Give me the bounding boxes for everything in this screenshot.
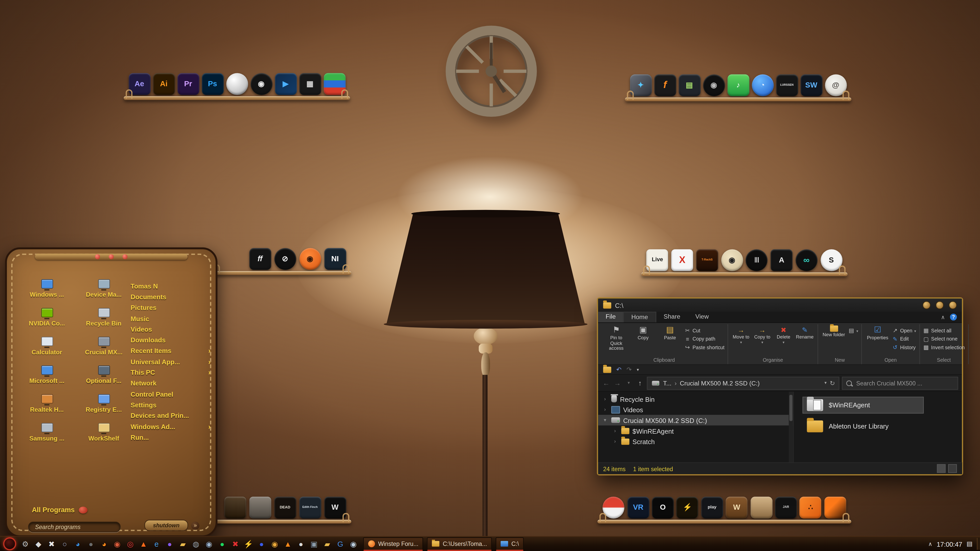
refresh-button[interactable]: ↻: [830, 380, 835, 386]
copy-button[interactable]: ▣ Copy: [631, 324, 655, 357]
maximize-button[interactable]: [935, 301, 944, 309]
a-app-icon[interactable]: A: [770, 249, 793, 271]
menu-this-pc[interactable]: This PC ›: [130, 367, 210, 378]
scrollbar-thumb[interactable]: [789, 395, 792, 421]
address-dropdown-button[interactable]: ▾: [824, 380, 827, 386]
delete-button[interactable]: ✖ Delete ▾: [774, 324, 793, 357]
redo-button[interactable]: ↷: [627, 366, 632, 373]
task-users-folder[interactable]: C:\Users\Toma...: [427, 537, 492, 551]
recent-locations-button[interactable]: ▾: [625, 380, 633, 386]
nav-winreagent[interactable]: › $WinREAgent: [598, 426, 793, 436]
menu-run[interactable]: Run...: [130, 432, 210, 443]
red-x-app-icon[interactable]: ✖: [229, 538, 242, 550]
nav-crucial-drive[interactable]: ▾ Crucial MX500 M.2 SSD (C:): [598, 415, 793, 426]
pin-to-quick-access-button[interactable]: ⚑ Pin to Quick access: [604, 324, 629, 357]
brave-icon[interactable]: ▲: [138, 538, 150, 550]
slash-circle-icon[interactable]: ⊘: [274, 248, 296, 270]
opera-icon[interactable]: ◎: [124, 538, 136, 550]
nav-videos[interactable]: › Videos: [598, 404, 793, 415]
premiere-icon[interactable]: Pr: [177, 73, 199, 95]
purple-app-icon[interactable]: ●: [164, 538, 176, 550]
steam2-icon[interactable]: ◉: [348, 538, 360, 550]
select-all-button[interactable]: ▦ Select all: [923, 327, 965, 335]
new-folder-button[interactable]: New folder: [821, 324, 846, 357]
obs-icon[interactable]: ◉: [250, 73, 272, 95]
speaker-icon[interactable]: ◉: [703, 74, 725, 96]
menu-user[interactable]: Tomas N: [130, 281, 210, 291]
g-app-icon[interactable]: G: [334, 538, 346, 550]
game-figure-icon[interactable]: [224, 496, 246, 518]
back-button[interactable]: ←: [602, 380, 611, 387]
game-face-icon[interactable]: [249, 496, 271, 518]
bolt-icon[interactable]: ⚡: [242, 538, 255, 550]
files-icon[interactable]: ▰: [177, 538, 189, 550]
tab-home[interactable]: Home: [623, 312, 656, 322]
menu-settings[interactable]: Settings: [130, 400, 210, 410]
gear-icon[interactable]: ⚙: [19, 538, 32, 550]
vr-icon[interactable]: VR: [627, 496, 649, 518]
menu-downloads[interactable]: Downloads: [130, 334, 210, 345]
spotify-icon[interactable]: ●: [216, 538, 228, 550]
expander-icon[interactable]: ▾: [602, 417, 608, 423]
history-button[interactable]: ↺ History: [892, 344, 916, 351]
select-none-button[interactable]: ▢ Select none: [923, 335, 965, 343]
edith-finch-icon[interactable]: Edith Finch: [299, 496, 321, 518]
orange-knob-icon[interactable]: ◉: [299, 248, 321, 270]
vlc-icon[interactable]: ▲: [282, 538, 294, 550]
lightning-icon[interactable]: ⚡: [676, 496, 698, 518]
show-desktop-button[interactable]: [977, 538, 980, 550]
help-button[interactable]: ?: [950, 313, 957, 321]
menu-pictures[interactable]: Pictures: [130, 302, 210, 313]
uplay-icon[interactable]: play: [701, 496, 723, 518]
photoshop-icon[interactable]: Ps: [202, 73, 224, 95]
task-c-drive[interactable]: C:\: [496, 537, 524, 551]
tab-share[interactable]: Share: [656, 312, 688, 322]
soundwide-icon[interactable]: SW: [800, 74, 822, 96]
minimize-button[interactable]: [923, 301, 931, 309]
undo-button[interactable]: ↶: [616, 366, 622, 373]
shield-icon[interactable]: ◆: [32, 538, 45, 550]
video-editor-icon[interactable]: ▶: [275, 73, 297, 95]
tab-view[interactable]: View: [688, 312, 716, 322]
qat-dropdown-button[interactable]: ▾: [637, 367, 639, 372]
menu-documents[interactable]: Documents: [130, 291, 210, 302]
jar-icon[interactable]: JAR: [775, 496, 797, 518]
tab-file[interactable]: File: [598, 312, 623, 322]
chrome-icon[interactable]: ◉: [111, 538, 123, 550]
tray-keyboard-icon[interactable]: ▤: [966, 540, 972, 547]
lurssen-icon[interactable]: LURSSEN: [776, 74, 798, 96]
fabfilter-icon[interactable]: ff: [249, 248, 271, 270]
qat-folder-button[interactable]: [603, 366, 611, 372]
shutdown-button[interactable]: shutdown: [145, 520, 188, 531]
menu-registry-editor[interactable]: Registry E...: [76, 394, 131, 413]
traktor-icon[interactable]: ◔: [752, 74, 773, 96]
file-ableton-user-library[interactable]: Ableton User Library: [802, 418, 924, 435]
illustrator-icon[interactable]: Ai: [153, 73, 175, 95]
tray-expand-icon[interactable]: ∧: [928, 541, 932, 547]
title-bar[interactable]: C:\: [598, 299, 962, 312]
menu-recent-items[interactable]: Recent Items ›: [130, 345, 210, 356]
folder-app-icon[interactable]: ▰: [321, 538, 333, 550]
music-note-icon[interactable]: ♪: [727, 74, 749, 96]
menu-devices-printers[interactable]: Devices and Prin...: [130, 410, 210, 421]
taskbar-clock[interactable]: 17:00:47: [937, 540, 962, 548]
file-winreagent[interactable]: $WinREAgent: [802, 397, 924, 413]
properties-button[interactable]: ☑ Properties: [865, 324, 890, 357]
dark-app-icon[interactable]: ●: [85, 538, 97, 550]
menu-control-panel[interactable]: Control Panel: [130, 389, 210, 399]
orange-app-icon[interactable]: ◉: [269, 538, 281, 550]
menu-network[interactable]: Network: [130, 378, 210, 389]
edit-button[interactable]: ✎ Edit: [892, 335, 916, 343]
white-app-icon[interactable]: ●: [295, 538, 307, 550]
task-winstep-forum[interactable]: Winstep Foru...: [363, 537, 423, 551]
expander-icon[interactable]: ›: [602, 407, 608, 412]
new-item-button[interactable]: ▤ ▾: [848, 327, 858, 335]
up-button[interactable]: ↑: [636, 380, 644, 387]
cut-button[interactable]: ✂ Cut: [684, 327, 724, 335]
menu-universal-apps[interactable]: Universal App... ›: [130, 356, 210, 367]
move-to-button[interactable]: → Move to ▾: [732, 324, 751, 357]
walking-dead-icon[interactable]: DEAD: [274, 496, 296, 518]
breadcrumb-root[interactable]: T...: [663, 380, 671, 386]
fl-studio-icon[interactable]: f: [654, 74, 676, 96]
menu-windows-admin[interactable]: Windows Ad... ›: [130, 421, 210, 432]
